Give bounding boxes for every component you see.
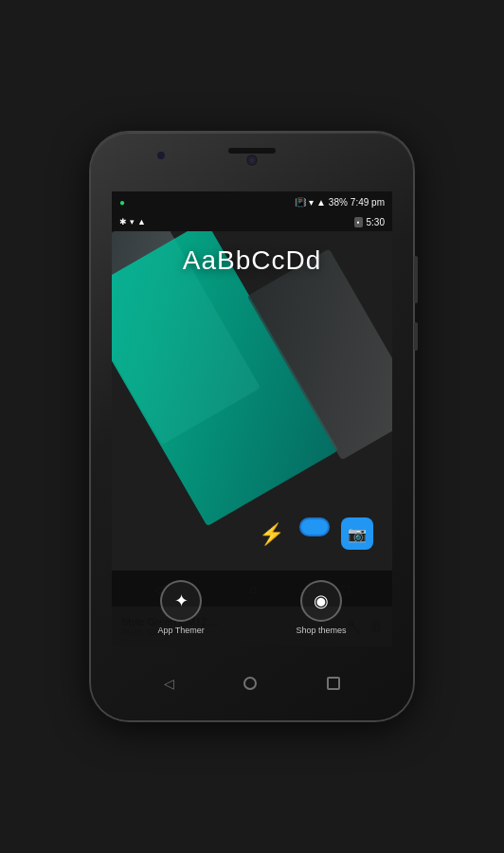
rear-camera-icon <box>245 154 259 167</box>
shop-themes-icon: ◉ <box>314 590 329 611</box>
font-preview-text: AaBbCcDd <box>112 245 392 276</box>
battery-percent: 38% <box>329 197 348 208</box>
front-camera-icon <box>157 152 165 159</box>
bluetooth-icon: ✱ <box>119 217 127 227</box>
shop-themes-icon-wrap: ◉ <box>300 580 342 622</box>
inner-signal-icon: ▲ <box>137 217 146 227</box>
inner-status-bar: ✱ ▾ ▲ ▪ 5:30 <box>112 212 392 231</box>
whatsapp-icon: ● <box>119 197 125 208</box>
outer-status-bar: ● 📳 ▾ ▲ 38% 7:49 pm <box>112 191 392 212</box>
phone-device: ● 📳 ▾ ▲ 38% 7:49 pm ✱ ▾ <box>91 133 413 720</box>
volume-button[interactable] <box>414 256 418 303</box>
inner-time: 5:30 <box>367 217 385 227</box>
bottom-bezel: ◁ <box>91 646 413 720</box>
app-themer-label: App Themer <box>157 626 204 635</box>
launcher-app-themer[interactable]: ✦ App Themer <box>157 580 204 635</box>
inner-wifi-icon: ▾ <box>130 217 135 227</box>
desktop-icons: ⚡ 📷 <box>112 517 392 552</box>
camera-symbol: 📷 <box>348 525 367 543</box>
app-themer-icon: ✦ <box>174 590 189 611</box>
nav-recent-physical[interactable] <box>327 677 340 690</box>
status-icons: 📳 ▾ ▲ 38% 7:49 pm <box>295 197 385 208</box>
vibrate-icon: 📳 <box>295 197 306 208</box>
wifi-icon: ▾ <box>309 197 314 208</box>
camera-app-icon: 📷 <box>341 517 373 550</box>
status-time: 7:49 pm <box>351 197 385 208</box>
inner-status-right: ▪ 5:30 <box>354 217 385 227</box>
power-button[interactable] <box>414 322 418 351</box>
signal-icon: ▲ <box>316 197 326 208</box>
app-themer-icon-wrap: ✦ <box>160 580 202 622</box>
screen-content: ✱ ▾ ▲ ▪ 5:30 AaBbCcDd ⚡ 📷 <box>112 212 392 646</box>
nav-home-physical[interactable] <box>243 677 257 690</box>
launcher-shop-themes[interactable]: ◉ Shop themes <box>297 580 347 635</box>
battery-icon: ▪ <box>354 217 363 227</box>
flash-icon: ⚡ <box>254 517 288 552</box>
blue-app-icon <box>299 517 330 536</box>
inner-status-left: ✱ ▾ ▲ <box>119 217 146 227</box>
nav-back-physical[interactable]: ◁ <box>164 676 174 691</box>
launcher-bar: ✦ App Themer ◉ Shop themes <box>112 571 392 646</box>
shop-themes-label: Shop themes <box>297 626 347 635</box>
top-bezel <box>91 133 413 191</box>
phone-screen: ● 📳 ▾ ▲ 38% 7:49 pm ✱ ▾ <box>112 191 392 646</box>
lightning-icon: ⚡ <box>259 522 284 547</box>
